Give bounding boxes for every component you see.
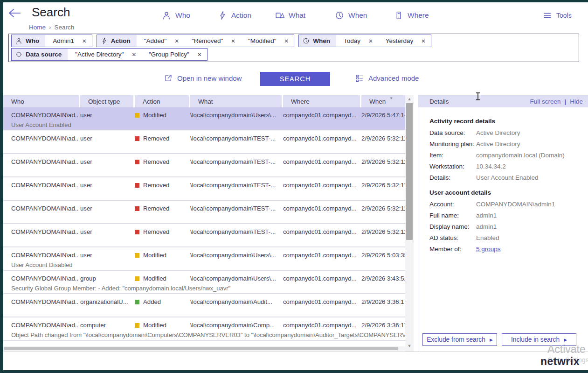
- horizontal-scrollbar-thumb[interactable]: [4, 347, 398, 350]
- column-header-object-type[interactable]: Object type: [80, 95, 133, 107]
- open-in-new-window-label: Open in new window: [177, 74, 242, 82]
- cell-object-type: user: [80, 251, 133, 260]
- open-in-new-window-link[interactable]: Open in new window: [164, 74, 242, 82]
- row-detail-text: User Account Disabled: [3, 260, 405, 270]
- table-row[interactable]: COMPANYDOMAIN\ad...groupModified\local\c…: [3, 271, 405, 294]
- table-row[interactable]: COMPANYDOMAIN\ad...userModified\local\co…: [3, 247, 405, 271]
- hide-link[interactable]: Hide: [570, 98, 583, 105]
- details-field: Account:COMPANYDOMAIN\admin1: [429, 201, 584, 208]
- details-panel-header: Details Full screen | Hide: [418, 95, 588, 107]
- search-toolbar: Open in new window SEARCH Advanced mode: [3, 71, 588, 88]
- cell-action: Removed: [135, 157, 189, 167]
- details-field: Display name:admin1: [429, 224, 584, 230]
- cell-what: \local\companydomain\Users\...: [190, 251, 282, 260]
- remove-filter-button[interactable]: ✕: [195, 50, 204, 59]
- table-row-main: COMPANYDOMAIN\ad...userRemoved\local\com…: [3, 201, 405, 213]
- include-in-search-label: Include in search: [511, 336, 560, 343]
- cell-when: 2/9/2026 5:32:11 ...: [361, 157, 405, 167]
- table-row[interactable]: COMPANYDOMAIN\ad...organizationalU...Add…: [3, 294, 405, 317]
- advanced-mode-link[interactable]: Advanced mode: [355, 74, 419, 82]
- exclude-from-search-button[interactable]: Exclude from search ▶: [422, 333, 497, 346]
- vertical-scrollbar[interactable]: ▲ ▼: [405, 95, 414, 352]
- table-row-main: COMPANYDOMAIN\ad...userRemoved\local\com…: [3, 131, 405, 143]
- table-row[interactable]: COMPANYDOMAIN\ad...userRemoved\local\com…: [3, 177, 405, 201]
- nav-item-where[interactable]: Where: [394, 11, 429, 20]
- cell-who: COMPANYDOMAIN\ad...: [3, 134, 79, 143]
- member-of-groups-link[interactable]: 5 groups: [476, 246, 501, 253]
- details-field-value: admin1: [476, 212, 497, 219]
- details-links-separator: |: [564, 98, 566, 105]
- search-filter-box[interactable]: WhoAdmin1✕Action"Added"✕"Removed"✕"Modif…: [8, 34, 579, 62]
- table-row[interactable]: COMPANYDOMAIN\ad...userRemoved\local\com…: [3, 154, 405, 177]
- cell-where: companydc01.companyd...: [283, 251, 360, 260]
- column-header-where[interactable]: Where: [283, 95, 360, 107]
- remove-filter-button[interactable]: ✕: [80, 37, 89, 45]
- row-detail-text: Object Path changed from "\local\company…: [3, 331, 405, 340]
- breadcrumb-home-link[interactable]: Home: [29, 24, 46, 31]
- filter-value-text: "Active Directory": [75, 51, 124, 58]
- column-header-who[interactable]: Who: [3, 95, 79, 107]
- details-field: Monitoring plan:Active Directory: [429, 141, 584, 148]
- column-header-label: Action: [143, 98, 160, 105]
- column-header-when[interactable]: When▼: [361, 95, 405, 107]
- table-row[interactable]: COMPANYDOMAIN\ad...computerModified\loca…: [3, 317, 405, 341]
- nav-item-what[interactable]: What: [275, 11, 305, 20]
- details-field-value: COMPANYDOMAIN\admin1: [476, 201, 555, 208]
- cell-where: companydc01.companyd...: [283, 181, 360, 190]
- table-row[interactable]: COMPANYDOMAIN\ad...userRemoved\local\com…: [3, 201, 405, 224]
- table-row[interactable]: COMPANYDOMAIN\ad...userModified\local\co…: [3, 107, 405, 131]
- details-field-value: Active Directory: [476, 141, 520, 148]
- filter-group-name: Data source: [26, 51, 62, 58]
- details-section-title: Activity record details: [429, 118, 584, 125]
- table-row[interactable]: COMPANYDOMAIN\ad...userRemoved\local\com…: [3, 131, 405, 154]
- tools-menu-button[interactable]: Tools: [543, 12, 572, 19]
- action-lightning-icon: [218, 11, 227, 20]
- filter-group-label: When: [299, 35, 336, 47]
- nav-item-when[interactable]: When: [335, 11, 367, 20]
- filter-value-text: Admin1: [53, 37, 74, 44]
- remove-filter-button[interactable]: ✕: [419, 37, 428, 45]
- include-in-search-button[interactable]: Include in search ▶: [502, 333, 576, 346]
- cell-action: Removed: [135, 181, 189, 190]
- action-label: Modified: [143, 274, 166, 283]
- nav-item-action[interactable]: Action: [218, 11, 251, 20]
- details-field-label: Data source:: [429, 130, 476, 136]
- remove-filter-button[interactable]: ✕: [130, 50, 138, 59]
- nav-item-who[interactable]: Who: [162, 11, 190, 20]
- full-screen-link[interactable]: Full screen: [530, 98, 560, 105]
- search-button[interactable]: SEARCH: [260, 72, 330, 86]
- horizontal-scrollbar[interactable]: [3, 346, 405, 351]
- remove-filter-button[interactable]: ✕: [229, 37, 237, 45]
- details-buttons: Exclude from search ▶ Include in search …: [422, 333, 576, 346]
- page-title: Search: [32, 5, 70, 20]
- window-frame-top: [0, 0, 588, 2]
- remove-filter-button[interactable]: ✕: [283, 37, 291, 45]
- cell-object-type: user: [80, 181, 133, 190]
- remove-filter-button[interactable]: ✕: [367, 37, 375, 45]
- back-button[interactable]: [7, 7, 23, 21]
- column-header-what[interactable]: What: [190, 95, 282, 107]
- vertical-scrollbar-thumb[interactable]: [406, 103, 413, 240]
- nav-item-label: Who: [175, 11, 190, 20]
- cell-what: \local\companydomain\Audit...: [190, 297, 282, 307]
- scroll-down-arrow-icon[interactable]: ▼: [405, 342, 414, 350]
- remove-filter-button[interactable]: ✕: [173, 37, 181, 45]
- filter-value-chip: "Active Directory"✕: [68, 49, 141, 60]
- scroll-up-arrow-icon[interactable]: ▲: [405, 95, 414, 103]
- cell-action: Removed: [135, 134, 189, 143]
- what-shapes-icon: [275, 11, 284, 20]
- filter-value-text: "Group Policy": [149, 51, 189, 58]
- action-label: Removed: [143, 157, 169, 167]
- when-clock-icon: [303, 37, 310, 44]
- cell-object-type: user: [80, 134, 133, 143]
- filter-value-text: "Added": [144, 37, 167, 44]
- cell-action: Modified: [135, 274, 189, 283]
- cell-what: \local\companydomain\Users\...: [190, 274, 282, 283]
- details-field-label: Account:: [429, 201, 476, 208]
- table-row[interactable]: COMPANYDOMAIN\ad...userRemoved\local\com…: [3, 224, 405, 247]
- action-status-icon: [135, 206, 139, 211]
- cell-object-type: group: [80, 274, 133, 283]
- cell-who: COMPANYDOMAIN\ad...: [3, 111, 79, 120]
- column-header-action[interactable]: Action: [135, 95, 189, 107]
- cell-action: Modified: [135, 251, 189, 260]
